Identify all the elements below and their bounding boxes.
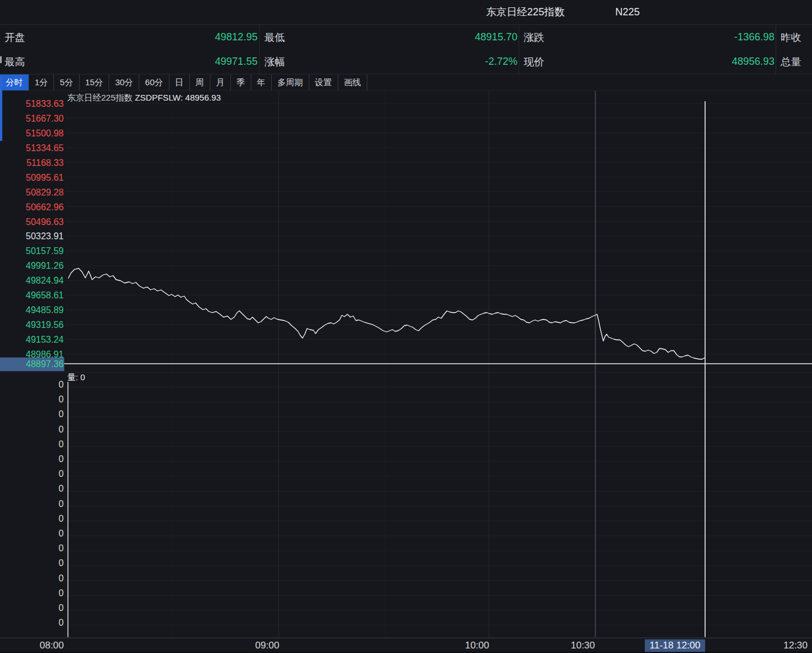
high-label: 最高 — [0, 55, 25, 69]
time-axis-label: 12:30 — [784, 638, 808, 653]
index-name: 东京日经225指数 — [486, 0, 565, 24]
index-symbol: N225 — [615, 0, 640, 24]
volume-axis-label: 0 — [0, 380, 64, 389]
toolbar-item-3[interactable]: 5分 — [54, 74, 79, 90]
toolbar-item-13[interactable]: 设置 — [309, 74, 338, 90]
chart-area[interactable]: 东京日经225指数 ZSDPFSLW: 48956.93 51833.63516… — [0, 91, 812, 653]
toolbar-item-2[interactable]: 1分 — [29, 74, 54, 90]
time-axis-label: 08:00 — [40, 638, 64, 653]
open-label: 开盘 — [0, 31, 25, 44]
toolbar-item-14[interactable]: 画线 — [338, 74, 367, 90]
volume-axis-label: 0 — [0, 469, 64, 479]
price-axis-label: 51500.98 — [0, 128, 64, 138]
change-pct-label: 涨幅 — [260, 55, 285, 69]
volume-axis-label: 0 — [0, 514, 64, 523]
price-axis-label: 50157.59 — [0, 246, 64, 256]
price-axis-label: 49824.94 — [0, 276, 64, 285]
volume-axis-label: 0 — [0, 604, 64, 613]
volume-axis-label: 0 — [0, 484, 64, 493]
volume-axis-label: 0 — [0, 574, 64, 583]
quote-last: 现价 48956.93 — [519, 49, 776, 74]
toolbar-item-1[interactable]: 分时 — [0, 74, 29, 90]
open-value: 49812.95 — [25, 31, 259, 43]
volume-axis-label: 0 — [0, 395, 64, 404]
panel-edge-marker — [0, 56, 2, 63]
left-scrollbar-thumb[interactable] — [0, 77, 2, 141]
last-label: 现价 — [519, 55, 544, 69]
stock-chart-window: 东京日经225指数 N225 开盘 49812.95 最高 49971.55 最… — [0, 0, 812, 653]
price-axis-label: 50662.96 — [0, 202, 64, 212]
quote-change: 涨跌 -1366.98 — [519, 25, 776, 49]
toolbar-item-5[interactable]: 30分 — [109, 74, 139, 90]
overlay-indicator-value: ZSDPFSLW: 48956.93 — [135, 93, 221, 102]
time-axis-label: 10:00 — [465, 638, 490, 653]
volume-axis-label: 0 — [0, 455, 64, 464]
overlay-index-name: 东京日经225指数 — [67, 93, 132, 102]
quote-open: 开盘 49812.95 — [0, 25, 259, 49]
volume-axis-label: 0 — [0, 559, 64, 568]
total-volume-label: 总量 — [776, 55, 801, 69]
price-axis-label: 50496.63 — [0, 217, 64, 227]
volume-axis-label: 0 — [0, 618, 64, 627]
price-axis-label: 49153.24 — [0, 335, 64, 344]
toolbar-item-10[interactable]: 季 — [231, 74, 251, 90]
price-axis-label: 51168.33 — [0, 158, 64, 168]
price-axis-label: 51667.30 — [0, 114, 64, 123]
volume-axis-label: 0 — [0, 410, 64, 419]
time-axis-label: 09:00 — [255, 638, 280, 653]
price-axis-label: 51833.63 — [0, 99, 64, 109]
volume-axis-label: 0 — [0, 500, 64, 509]
price-axis-label: 50323.91 — [0, 231, 64, 241]
crosshair-time-tag: 11-18 12:00 — [645, 639, 705, 652]
quote-total-volume: 总量 — [776, 49, 812, 74]
toolbar-item-6[interactable]: 60分 — [139, 74, 169, 90]
volume-axis-label: 0 — [0, 425, 64, 434]
quote-col-change-last: 涨跌 -1366.98 现价 48956.93 — [519, 25, 776, 74]
toolbar-item-9[interactable]: 月 — [210, 74, 231, 90]
chart-canvas[interactable] — [0, 91, 812, 653]
prev-close-label: 昨收 — [776, 31, 801, 44]
quote-change-pct: 涨幅 -2.72% — [260, 49, 519, 74]
volume-axis-label: 0 — [0, 440, 64, 449]
change-label: 涨跌 — [519, 31, 544, 44]
volume-readout: 量: 0 — [67, 372, 85, 383]
change-value: -1366.98 — [544, 31, 776, 43]
quote-col-prevclose-volume: 昨收 总量 — [776, 25, 812, 74]
price-axis-label: 50829.28 — [0, 188, 64, 197]
price-axis-label: 49658.61 — [0, 290, 64, 300]
price-axis-label: 50995.61 — [0, 173, 64, 182]
quote-low: 最低 48915.70 — [260, 25, 519, 49]
price-axis-label: 49991.26 — [0, 261, 64, 271]
chart-overlay-title: 东京日经225指数 ZSDPFSLW: 48956.93 — [67, 93, 221, 103]
change-pct-value: -2.72% — [285, 56, 519, 68]
price-line — [68, 268, 705, 359]
price-axis-label: 49319.56 — [0, 320, 64, 330]
toolbar-item-11[interactable]: 年 — [251, 74, 272, 90]
toolbar-item-8[interactable]: 周 — [190, 74, 210, 90]
time-axis-label: 10:30 — [571, 638, 595, 653]
quote-col-open-high: 开盘 49812.95 最高 49971.55 — [0, 25, 259, 74]
period-toolbar: 分时1分5分15分30分60分日周月季年多周期设置画线 — [0, 74, 812, 91]
low-label: 最低 — [260, 31, 285, 44]
time-axis: 11-18 12:00 08:0009:0010:0010:3012:30 — [0, 638, 812, 653]
title-bar: 东京日经225指数 N225 — [0, 0, 812, 25]
price-axis-label: 51334.65 — [0, 143, 64, 153]
toolbar-item-7[interactable]: 日 — [169, 74, 190, 90]
volume-axis-label: 0 — [0, 544, 64, 553]
last-value: 48956.93 — [544, 56, 776, 68]
quote-col-low-pct: 最低 48915.70 涨幅 -2.72% — [259, 25, 519, 74]
quote-panel: 开盘 49812.95 最高 49971.55 最低 48915.70 涨幅 -… — [0, 25, 812, 74]
quote-prev-close: 昨收 — [776, 25, 812, 49]
toolbar-item-4[interactable]: 15分 — [80, 74, 110, 90]
toolbar-item-12[interactable]: 多周期 — [272, 74, 309, 90]
crosshair-price-tag: 48897.36 — [0, 357, 64, 371]
volume-axis-label: 0 — [0, 529, 64, 538]
quote-high: 最高 49971.55 — [0, 49, 259, 74]
low-value: 48915.70 — [285, 31, 519, 43]
price-axis-label: 49485.89 — [0, 305, 64, 315]
volume-axis-label: 0 — [0, 589, 64, 598]
high-value: 49971.55 — [25, 56, 259, 68]
